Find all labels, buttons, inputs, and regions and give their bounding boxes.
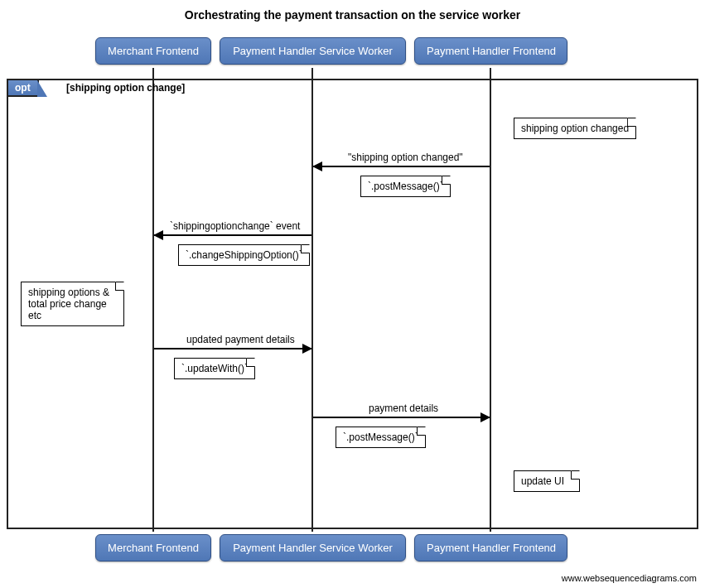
msg-updated-payment-details: updated payment details [186,334,295,345]
note-changeshippingoption: `.changeShippingOption()` [178,244,310,266]
arrow-shipping-option-changed [313,166,490,167]
arrow-updated-payment-details [154,348,311,349]
participant-sw-bottom: Payment Handler Service Worker [220,534,406,561]
diagram-title: Orchestrating the payment transaction on… [0,0,705,27]
participant-ph-bottom: Payment Handler Frontend [414,534,567,561]
opt-guard: [shipping option change] [66,82,185,94]
note-shipping-option-changed: shipping option changed [514,118,636,139]
opt-label: opt [8,80,39,97]
watermark: www.websequencediagrams.com [562,573,697,583]
participant-ph-top: Payment Handler Frontend [414,37,567,65]
msg-shippingoptionchange-event: `shippingoptionchange` event [170,220,300,232]
note-postmessage-1: `.postMessage()` [360,176,451,197]
arrow-shippingoptionchange-event [154,234,311,236]
note-postmessage-2: `.postMessage()` [336,427,426,448]
note-shipping-options-total: shipping options & total price change et… [21,282,124,326]
participant-sw-top: Payment Handler Service Worker [220,37,406,65]
arrow-payment-details [313,417,490,418]
participant-merchant-top: Merchant Frontend [95,37,211,65]
note-update-ui: update UI [514,470,580,492]
msg-payment-details: payment details [369,402,438,414]
msg-shipping-option-changed: "shipping option changed" [348,152,463,163]
participant-merchant-bottom: Merchant Frontend [95,534,211,561]
note-updatewith: `.updateWith()` [174,358,255,379]
